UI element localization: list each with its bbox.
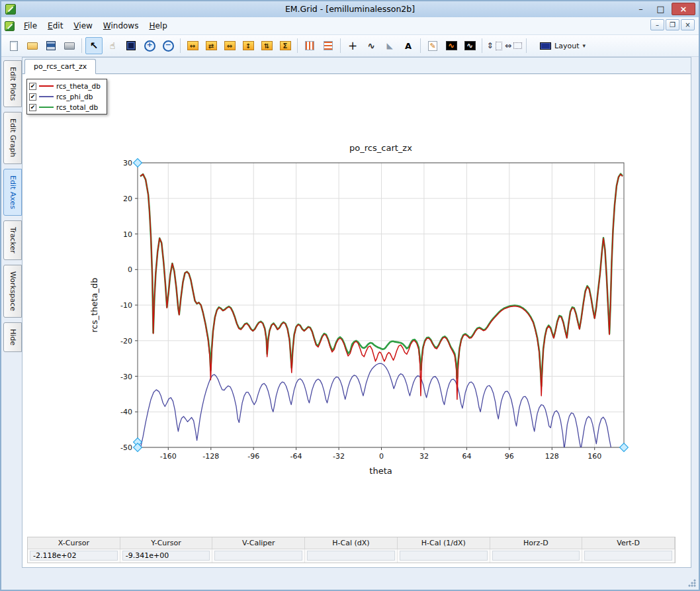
layout-dropdown-button[interactable]: Layout▾ xyxy=(535,37,591,54)
close-button[interactable]: × xyxy=(672,3,695,15)
x-tick-label: -64 xyxy=(290,452,302,461)
x-tick-label: 128 xyxy=(545,452,559,461)
layout-swatch-icon xyxy=(540,42,551,50)
zoom-window-button[interactable] xyxy=(122,37,140,54)
slope-tool-button[interactable] xyxy=(381,37,398,54)
new-document-button[interactable] xyxy=(5,37,22,54)
select-cursor-icon xyxy=(90,40,99,52)
new-document-icon xyxy=(10,41,18,51)
window-title: EM.Grid - [emilluminalesson2b] xyxy=(81,4,619,14)
cursor-value-y-cursor[interactable]: -9.341e+00 xyxy=(122,551,210,561)
app-window: EM.Grid - [emilluminalesson2b] – □ × Fil… xyxy=(0,0,700,591)
horizontal-bars-button[interactable] xyxy=(320,37,337,54)
menu-help[interactable]: Help xyxy=(144,19,172,33)
x-tick-label: 160 xyxy=(588,452,601,461)
legend-item[interactable]: ✔rcs_theta_db xyxy=(29,81,101,91)
fit-height-icon xyxy=(243,41,254,50)
title-bar[interactable]: EM.Grid - [emilluminalesson2b] – □ × xyxy=(1,1,699,17)
autoscale-button[interactable] xyxy=(277,37,294,54)
document-tab-po-rcs-cart-zx[interactable]: po_rcs_cart_zx xyxy=(24,59,96,74)
x-tick-label: -128 xyxy=(202,452,219,461)
legend-color-line xyxy=(39,85,54,87)
slope-tool-icon xyxy=(386,41,392,50)
app-logo-icon xyxy=(5,4,16,15)
cursor-value-h-cal-dx[interactable] xyxy=(307,551,395,561)
x-tick-label: 96 xyxy=(505,452,514,461)
print-button[interactable] xyxy=(61,37,78,54)
zoom-out-icon xyxy=(163,40,174,52)
h-caliper-button[interactable] xyxy=(504,37,523,54)
toolbar-separator xyxy=(482,38,482,53)
print-icon xyxy=(64,42,75,50)
save-button[interactable] xyxy=(42,37,60,54)
side-tab-tracker[interactable]: Tracker xyxy=(3,220,22,260)
expand-width-button[interactable] xyxy=(221,37,238,54)
zoom-in-button[interactable] xyxy=(141,37,158,54)
cursor-value-horz-d[interactable] xyxy=(492,551,580,561)
layout-label: Layout xyxy=(554,42,579,50)
axis-handle[interactable] xyxy=(620,443,629,452)
scroll-y-icon xyxy=(261,41,273,50)
open-folder-button[interactable] xyxy=(24,37,41,54)
crosshair-icon xyxy=(348,39,357,52)
select-cursor-button[interactable] xyxy=(85,37,103,54)
legend-checkbox[interactable]: ✔ xyxy=(29,104,36,111)
y-tick-label: -50 xyxy=(120,443,132,452)
axis-handle[interactable] xyxy=(134,159,142,167)
text-tool-button[interactable] xyxy=(400,37,417,54)
scroll-x-button[interactable] xyxy=(202,37,220,54)
toolbar-separator xyxy=(297,38,298,53)
edit-page-button[interactable] xyxy=(424,37,441,54)
cursor-value-vert-d[interactable] xyxy=(584,551,672,561)
cursor-value-x-cursor[interactable]: -2.118e+02 xyxy=(30,551,118,561)
curve-tool-button[interactable] xyxy=(363,37,380,54)
toolbar-separator xyxy=(340,38,341,53)
cursor-header-h-cal-1-dx: H-Cal (1/dX) xyxy=(398,537,490,549)
wave-white-button[interactable] xyxy=(461,37,478,54)
vertical-bars-icon xyxy=(305,41,314,50)
legend-item[interactable]: ✔rcs_phi_db xyxy=(29,92,101,101)
cursor-header-vert-d: Vert-D xyxy=(582,537,675,549)
mdi-restore-button[interactable]: ❐ xyxy=(666,19,679,30)
maximize-button[interactable]: □ xyxy=(652,3,670,15)
pan-hand-button[interactable] xyxy=(104,37,121,54)
side-tab-hide[interactable]: Hide xyxy=(3,322,22,352)
crosshair-button[interactable] xyxy=(344,37,361,54)
mdi-minimize-button[interactable]: – xyxy=(650,19,664,30)
side-tab-edit-plots[interactable]: Edit Plots xyxy=(3,60,22,107)
edit-page-icon xyxy=(428,41,437,51)
legend-checkbox[interactable]: ✔ xyxy=(29,83,36,90)
cursor-value-h-cal-1-dx[interactable] xyxy=(400,551,488,561)
menu-edit[interactable]: Edit xyxy=(42,19,68,33)
toolbar-separator xyxy=(81,38,82,53)
vertical-bars-button[interactable] xyxy=(301,37,318,54)
legend-checkbox[interactable]: ✔ xyxy=(29,93,36,101)
mdi-close-button[interactable]: × xyxy=(681,19,695,30)
toolbar-separator xyxy=(526,38,527,53)
menu-windows[interactable]: Windows xyxy=(98,19,144,33)
menu-view[interactable]: View xyxy=(68,19,97,33)
scroll-y-button[interactable] xyxy=(258,37,275,54)
fit-width-button[interactable] xyxy=(184,37,201,54)
side-tab-workspace[interactable]: Workspace xyxy=(3,265,22,318)
wave-orange-button[interactable] xyxy=(443,37,460,54)
side-tab-edit-graph[interactable]: Edit Graph xyxy=(3,112,22,164)
minimize-button[interactable]: – xyxy=(632,3,650,15)
legend-label: rcs_theta_db xyxy=(56,82,101,90)
legend-item[interactable]: ✔rcs_total_db xyxy=(29,103,101,112)
side-tab-strip: Edit PlotsEdit GraphEdit AxesTrackerWork… xyxy=(3,60,22,352)
cursor-value-v-caliper[interactable] xyxy=(214,551,302,561)
v-caliper-button[interactable] xyxy=(486,37,503,54)
v-caliper-icon xyxy=(486,41,502,50)
side-tab-edit-axes[interactable]: Edit Axes xyxy=(3,169,22,216)
x-tick-label: -32 xyxy=(333,452,345,461)
cursor-value-row: -2.118e+02-9.341e+00 xyxy=(28,549,675,563)
axis-handle[interactable] xyxy=(134,443,142,452)
fit-height-button[interactable] xyxy=(240,37,257,54)
resize-grip[interactable] xyxy=(687,578,696,587)
legend-box[interactable]: ✔rcs_theta_db✔rcs_phi_db✔rcs_total_db xyxy=(26,79,107,114)
menu-file[interactable]: File xyxy=(19,19,42,33)
zoom-out-button[interactable] xyxy=(159,37,177,54)
x-tick-label: 0 xyxy=(379,452,384,461)
y-tick-label: 0 xyxy=(128,265,132,274)
